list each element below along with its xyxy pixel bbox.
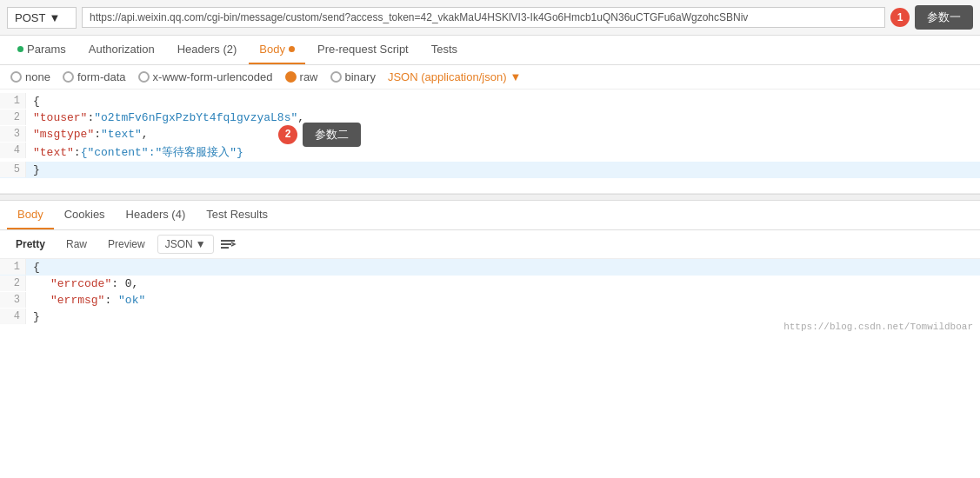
resp-pretty-btn[interactable]: Pretty (7, 236, 54, 253)
resp-tab-body[interactable]: Body (7, 201, 54, 229)
method-chevron: ▼ (49, 11, 60, 24)
response-toolbar: Pretty Raw Preview JSON ▼ (0, 230, 980, 259)
resp-format-label: JSON (165, 238, 193, 250)
tab-params[interactable]: Params (7, 36, 77, 64)
tab-headers-label: Headers (2) (177, 43, 237, 56)
option-none[interactable]: none (10, 70, 50, 83)
watermark: https://blog.csdn.net/Tomwildboar (783, 322, 973, 332)
tab-params-label: Params (27, 43, 66, 56)
response-tabs: Body Cookies Headers (4) Test Results (0, 201, 980, 230)
tab-tests-label: Tests (431, 43, 457, 56)
resp-tab-headers[interactable]: Headers (4) (116, 201, 197, 229)
resp-tab-testresults[interactable]: Test Results (196, 201, 278, 229)
annotation2-label: 参数二 (303, 123, 361, 147)
json-format-chevron: ▼ (510, 70, 521, 83)
json-format-select[interactable]: JSON (application/json) ▼ (388, 70, 521, 83)
tab-prerequest[interactable]: Pre-request Script (307, 36, 419, 64)
tab-authorization-label: Authorization (89, 43, 155, 56)
method-label: POST (15, 11, 45, 24)
annotation1-label: 参数一 (915, 5, 973, 30)
json-format-label: JSON (application/json) (388, 70, 507, 83)
resp-raw-btn[interactable]: Raw (57, 236, 96, 253)
option-urlencoded[interactable]: x-www-form-urlencoded (138, 70, 273, 83)
resp-tab-cookies[interactable]: Cookies (54, 201, 116, 229)
tab-tests[interactable]: Tests (421, 36, 468, 64)
response-code: 1 { 2 "errcode": 0, 3 "errmsg": "ok" 4 }… (0, 259, 980, 337)
code-editor[interactable]: 1 { 2 "touser":"o2tmFv6nFgxPzbYt4fqlgvzy… (0, 90, 980, 194)
body-dot (289, 46, 295, 52)
option-binary[interactable]: binary (330, 70, 376, 83)
resp-line-3: 3 "errmsg": "ok" (0, 292, 980, 309)
body-options: none form-data x-www-form-urlencoded raw… (0, 65, 980, 90)
radio-none (10, 71, 22, 83)
method-select[interactable]: POST ▼ (7, 7, 77, 29)
resp-preview-btn[interactable]: Preview (99, 236, 154, 253)
code-line-4: 4 "text":{"content":"等待客服接入"} (0, 143, 980, 162)
annotation1-badge: 1 (890, 8, 910, 27)
code-line-1: 1 { (0, 93, 980, 110)
option-form-data[interactable]: form-data (63, 70, 126, 83)
tab-prerequest-label: Pre-request Script (317, 43, 409, 56)
tab-headers[interactable]: Headers (2) (167, 36, 248, 64)
resp-line-1: 1 { (0, 259, 980, 276)
tab-authorization[interactable]: Authorization (78, 36, 165, 64)
tab-body[interactable]: Body (249, 36, 305, 64)
radio-urlencoded (138, 71, 150, 83)
resp-format-select[interactable]: JSON ▼ (157, 235, 214, 254)
request-tabs: Params Authorization Headers (2) Body Pr… (0, 36, 980, 65)
code-line-5: 5 } (0, 162, 980, 178)
radio-raw (285, 71, 297, 83)
url-input[interactable] (82, 7, 885, 28)
url-bar: POST ▼ 1 参数一 (0, 0, 980, 36)
option-raw[interactable]: raw (285, 70, 318, 83)
code-line-2: 2 "touser":"o2tmFv6nFgxPzbYt4fqlgvzyaL8s… (0, 110, 980, 126)
params-dot (17, 46, 23, 52)
radio-form-data (63, 71, 74, 83)
annotation2-badge: 2 (278, 125, 297, 144)
section-divider (0, 194, 980, 201)
resp-wrap-icon[interactable] (217, 236, 238, 252)
tab-body-label: Body (259, 43, 285, 56)
resp-format-chevron: ▼ (196, 238, 206, 250)
radio-binary (330, 71, 342, 83)
code-line-3: 3 "msgtype":"text", 2 参数二 (0, 126, 980, 143)
resp-line-2: 2 "errcode": 0, (0, 276, 980, 292)
